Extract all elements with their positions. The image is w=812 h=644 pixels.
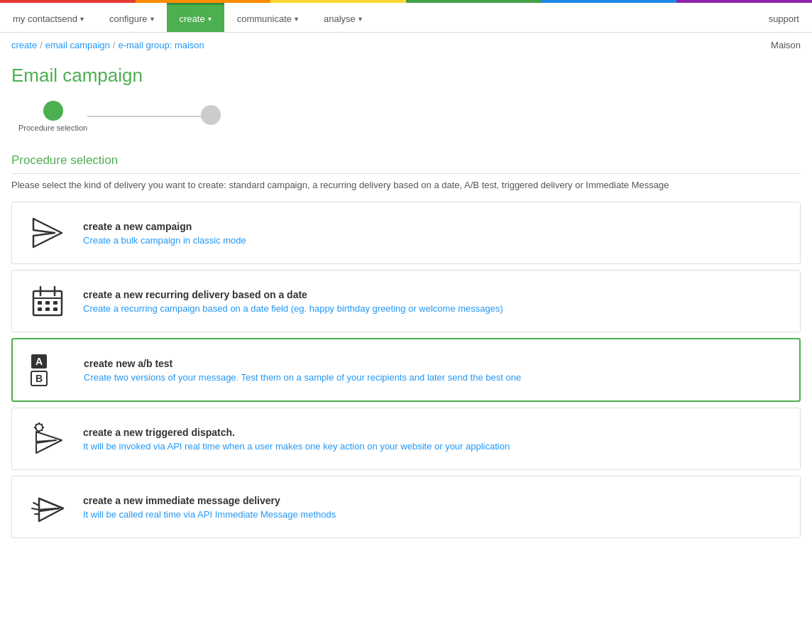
option-ab-test[interactable]: A B create new a/b test Create two versi…: [11, 338, 801, 402]
step-1-label: Procedure selection: [18, 124, 87, 132]
svg-line-26: [32, 508, 39, 510]
nav-spacer: [375, 3, 756, 32]
option-recurring-text: create a new recurring delivery based on…: [83, 289, 786, 314]
page-content: Email campaign Procedure selection Proce…: [0, 58, 812, 572]
step-1-wrapper: Procedure selection: [18, 101, 87, 132]
caret-icon: ▾: [358, 15, 362, 23]
option-ab-test-desc: Create two versions of your message. Tes…: [84, 372, 785, 383]
nav-configure[interactable]: configure ▾: [97, 3, 166, 32]
nav-analyse[interactable]: analyse ▾: [311, 3, 375, 32]
breadcrumb-user: Maison: [771, 40, 801, 50]
svg-rect-8: [38, 307, 42, 311]
breadcrumb-links: create / email campaign / e-mail group: …: [11, 40, 204, 50]
nav-my-contactsend[interactable]: my contactsend ▾: [0, 3, 97, 32]
svg-marker-28: [39, 498, 63, 521]
option-recurring-title: create a new recurring delivery based on…: [83, 289, 786, 300]
page-title: Email campaign: [11, 65, 801, 87]
caret-icon: ▾: [208, 15, 212, 23]
option-immediate-title: create a new immediate message delivery: [83, 495, 786, 506]
svg-rect-7: [53, 301, 57, 305]
step-2-wrapper: [201, 105, 221, 128]
nav-communicate[interactable]: communicate ▾: [224, 3, 311, 32]
nav-create[interactable]: create ▾: [167, 3, 224, 32]
svg-rect-10: [53, 307, 57, 311]
svg-marker-0: [33, 219, 62, 247]
option-new-campaign[interactable]: create a new campaign Create a bulk camp…: [11, 202, 801, 264]
breadcrumb-create[interactable]: create: [11, 40, 37, 50]
paper-plane-icon: [26, 215, 69, 251]
breadcrumb-sep-2: /: [113, 40, 116, 50]
svg-marker-24: [36, 432, 62, 453]
svg-rect-6: [45, 301, 50, 305]
breadcrumb-email-campaign[interactable]: email campaign: [45, 40, 110, 50]
option-triggered-text: create a new triggered dispatch. It will…: [83, 427, 786, 452]
caret-icon: ▾: [80, 15, 84, 23]
breadcrumb-email-group[interactable]: e-mail group: maison: [118, 40, 204, 50]
option-triggered-desc: It will be invoked via API real time whe…: [83, 441, 786, 452]
nav-support[interactable]: support: [756, 3, 812, 32]
svg-text:B: B: [35, 373, 43, 384]
option-immediate-text: create a new immediate message delivery …: [83, 495, 786, 520]
option-ab-test-text: create new a/b test Create two versions …: [84, 358, 785, 383]
description-text: Please select the kind of delivery you w…: [11, 180, 801, 190]
option-recurring-desc: Create a recurring campaign based on a d…: [83, 303, 786, 314]
immediate-plane-icon: [26, 489, 69, 525]
step-1-circle: [43, 101, 63, 121]
progress-steps: Procedure selection: [11, 101, 801, 132]
ab-test-icon: A B: [27, 352, 70, 388]
breadcrumb-sep-1: /: [40, 40, 43, 50]
option-recurring-delivery[interactable]: create a new recurring delivery based on…: [11, 270, 801, 332]
step-2-circle: [201, 105, 221, 125]
option-immediate-message[interactable]: create a new immediate message delivery …: [11, 476, 801, 538]
step-line: [87, 116, 201, 117]
svg-rect-5: [38, 301, 42, 305]
triggered-plane-icon: [26, 421, 69, 457]
section-title: Procedure selection: [11, 153, 801, 174]
svg-rect-9: [45, 307, 50, 311]
calendar-icon: [26, 283, 69, 319]
caret-icon: ▾: [150, 15, 154, 23]
option-triggered-dispatch[interactable]: create a new triggered dispatch. It will…: [11, 408, 801, 470]
option-new-campaign-title: create a new campaign: [83, 221, 786, 232]
option-new-campaign-desc: Create a bulk campaign in classic mode: [83, 235, 786, 246]
option-new-campaign-text: create a new campaign Create a bulk camp…: [83, 221, 786, 246]
option-immediate-desc: It will be called real time via API Imme…: [83, 509, 786, 520]
caret-icon: ▾: [295, 15, 298, 23]
breadcrumb: create / email campaign / e-mail group: …: [0, 33, 812, 58]
svg-text:A: A: [35, 356, 43, 367]
option-triggered-title: create a new triggered dispatch.: [83, 427, 786, 438]
top-nav: my contactsend ▾ configure ▾ create ▾ co…: [0, 3, 812, 33]
option-ab-test-title: create new a/b test: [84, 358, 785, 369]
